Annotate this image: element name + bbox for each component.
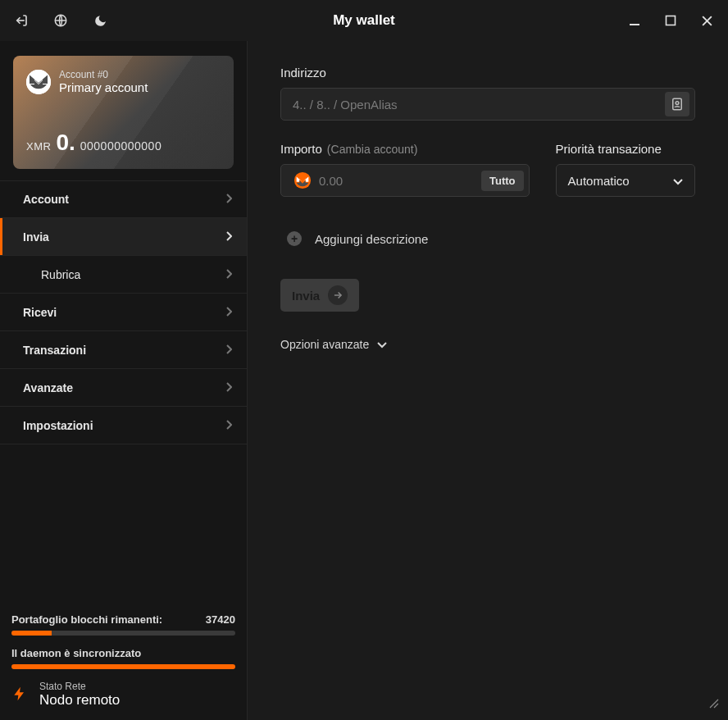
maximize-button[interactable] bbox=[662, 12, 679, 29]
priority-select[interactable]: Automatico bbox=[556, 164, 695, 197]
chevron-right-icon bbox=[225, 419, 232, 432]
balance-ticker: XMR bbox=[26, 140, 51, 153]
monero-coin-icon bbox=[293, 171, 312, 190]
nav-label: Transazioni bbox=[23, 344, 86, 357]
nav-label: Ricevi bbox=[23, 306, 57, 319]
network-status-value: Nodo remoto bbox=[39, 692, 120, 709]
add-description-button[interactable]: + Aggiungi descrizione bbox=[280, 231, 695, 246]
resize-handle[interactable] bbox=[708, 698, 720, 712]
amount-all-button[interactable]: Tutto bbox=[481, 171, 524, 191]
nav-label: Account bbox=[23, 193, 69, 206]
network-status[interactable]: Stato Rete Nodo remoto bbox=[11, 681, 235, 709]
network-status-label: Stato Rete bbox=[39, 681, 120, 692]
chevron-right-icon bbox=[225, 306, 232, 319]
close-button[interactable] bbox=[698, 12, 715, 29]
chevron-down-icon bbox=[673, 174, 683, 188]
address-input-wrap bbox=[280, 88, 695, 121]
advanced-options-label: Opzioni avanzate bbox=[280, 338, 369, 351]
nav-label: Avanzate bbox=[23, 381, 73, 394]
logout-icon[interactable] bbox=[13, 12, 30, 29]
nav-transactions[interactable]: Transazioni bbox=[0, 331, 247, 369]
send-button[interactable]: Invia bbox=[280, 279, 359, 312]
chevron-right-icon bbox=[225, 381, 232, 394]
wallet-sync-label: Portafoglio blocchi rimanenti: bbox=[11, 613, 162, 626]
daemon-sync-progress bbox=[11, 664, 235, 669]
chevron-right-icon bbox=[225, 268, 232, 281]
chevron-right-icon bbox=[225, 230, 232, 244]
bolt-icon bbox=[11, 682, 28, 708]
account-subtitle: Account #0 bbox=[59, 69, 148, 80]
globe-icon[interactable] bbox=[52, 12, 69, 29]
balance-int: 0. bbox=[56, 130, 75, 156]
address-label: Indirizzo bbox=[280, 66, 695, 80]
add-description-label: Aggiungi descrizione bbox=[315, 232, 428, 246]
nav: Account Invia Rubrica Ricevi Transazioni… bbox=[0, 180, 247, 444]
nav-label: Impostazioni bbox=[23, 419, 93, 432]
nav-send[interactable]: Invia bbox=[0, 218, 247, 256]
titlebar: My wallet bbox=[0, 0, 728, 41]
account-title: Primary account bbox=[59, 80, 148, 94]
plus-circle-icon: + bbox=[287, 231, 302, 246]
advanced-options-toggle[interactable]: Opzioni avanzate bbox=[280, 338, 695, 351]
nav-account[interactable]: Account bbox=[0, 180, 247, 218]
daemon-sync-label: Il daemon è sincronizzato bbox=[11, 647, 235, 659]
nav-advanced[interactable]: Avanzate bbox=[0, 369, 247, 407]
wallet-sync-progress bbox=[11, 631, 235, 636]
address-input[interactable] bbox=[293, 98, 658, 112]
sidebar: Account #0 Primary account XMR 0. 000000… bbox=[0, 41, 248, 720]
balance: XMR 0. 000000000000 bbox=[26, 130, 162, 156]
nav-receive[interactable]: Ricevi bbox=[0, 294, 247, 331]
account-card[interactable]: Account #0 Primary account XMR 0. 000000… bbox=[13, 56, 234, 169]
amount-input[interactable] bbox=[319, 174, 475, 188]
amount-label: Importo (Cambia account) bbox=[280, 142, 530, 156]
svg-rect-2 bbox=[667, 16, 676, 25]
wallet-sync-value: 37420 bbox=[206, 613, 235, 626]
nav-settings[interactable]: Impostazioni bbox=[0, 407, 247, 444]
monero-logo-icon bbox=[26, 70, 51, 94]
nav-label: Rubrica bbox=[41, 268, 80, 281]
send-button-label: Invia bbox=[292, 289, 320, 303]
chevron-down-icon bbox=[377, 338, 387, 351]
addressbook-button[interactable] bbox=[665, 92, 689, 116]
arrow-right-circle-icon bbox=[328, 285, 348, 305]
svg-point-6 bbox=[676, 102, 679, 105]
svg-rect-1 bbox=[630, 24, 639, 25]
change-account-hint[interactable]: (Cambia account) bbox=[327, 143, 418, 156]
sidebar-footer: Portafoglio blocchi rimanenti: 37420 Il … bbox=[0, 604, 247, 720]
chevron-right-icon bbox=[225, 344, 232, 357]
nav-addressbook[interactable]: Rubrica bbox=[0, 256, 247, 294]
window-title: My wallet bbox=[0, 12, 728, 29]
chevron-right-icon bbox=[225, 193, 232, 206]
amount-input-wrap: Tutto bbox=[280, 164, 530, 197]
content: Indirizzo Importo (Cambia account) Tutto bbox=[248, 41, 728, 720]
nav-label: Invia bbox=[23, 230, 49, 244]
balance-dec: 000000000000 bbox=[80, 139, 162, 153]
priority-label: Priorità transazione bbox=[556, 142, 695, 156]
moon-icon[interactable] bbox=[92, 12, 108, 29]
priority-value: Automatico bbox=[568, 174, 630, 188]
minimize-button[interactable] bbox=[626, 12, 643, 29]
